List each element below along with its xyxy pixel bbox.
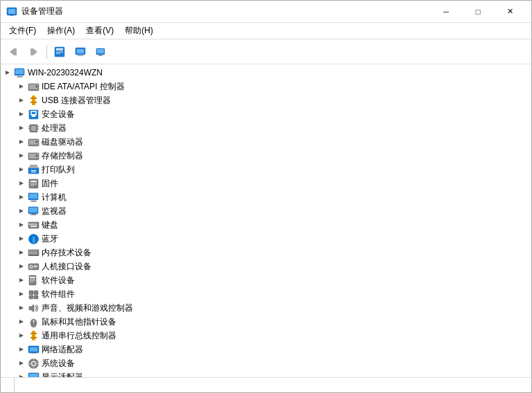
- tree-expand-icon[interactable]: [16, 109, 27, 120]
- tree-item-icon: [27, 329, 39, 342]
- tree-item[interactable]: 键盘: [1, 218, 531, 232]
- minimize-button[interactable]: ─: [430, 1, 462, 23]
- svg-rect-79: [30, 226, 37, 227]
- tree-item[interactable]: 鼠标和其他指针设备: [1, 315, 531, 329]
- tree-item[interactable]: 处理器: [1, 121, 531, 135]
- tree-expand-icon[interactable]: [16, 330, 27, 341]
- tree-item[interactable]: 存储控制器: [1, 149, 531, 163]
- tree-item-label: 打印队列: [42, 163, 75, 176]
- tree-item-icon: [27, 343, 39, 356]
- tree-item-icon: [27, 260, 39, 273]
- tree-expand-icon[interactable]: [16, 261, 27, 272]
- tree-expand-icon[interactable]: [16, 192, 27, 203]
- tree-item[interactable]: 安全设备: [1, 107, 531, 121]
- svg-rect-5: [14, 48, 17, 55]
- show-devices-button[interactable]: [91, 42, 111, 62]
- tree-expand-icon[interactable]: [16, 358, 27, 369]
- status-text: [3, 378, 15, 392]
- tree-expand-icon[interactable]: [16, 233, 27, 244]
- svg-marker-33: [19, 112, 24, 116]
- svg-marker-57: [19, 181, 24, 185]
- svg-marker-20: [6, 71, 10, 75]
- tree-expand-icon[interactable]: [16, 136, 27, 147]
- menu-action[interactable]: 操作(A): [42, 24, 80, 38]
- svg-marker-29: [19, 98, 24, 102]
- root-expand-icon[interactable]: [2, 67, 13, 78]
- title-bar-buttons: ─ □ ✕: [430, 1, 526, 23]
- svg-rect-9: [56, 48, 63, 50]
- tree-item-icon: [27, 191, 39, 203]
- tree-expand-icon[interactable]: [16, 122, 27, 134]
- tree-item[interactable]: 打印队列: [1, 163, 531, 176]
- menu-view[interactable]: 查看(V): [80, 24, 119, 38]
- svg-marker-44: [19, 140, 24, 144]
- tree-item[interactable]: 监视器: [1, 204, 531, 218]
- update-driver-button[interactable]: [71, 42, 90, 62]
- properties-button[interactable]: [50, 42, 69, 62]
- tree-item[interactable]: 磁盘驱动器: [1, 135, 531, 149]
- svg-rect-116: [30, 333, 37, 334]
- svg-rect-2: [8, 15, 15, 15]
- svg-marker-52: [19, 167, 24, 172]
- tree-item[interactable]: 网络适配器: [1, 342, 531, 356]
- svg-marker-80: [19, 237, 24, 241]
- menu-file[interactable]: 文件(F): [3, 24, 42, 38]
- tree-expand-icon[interactable]: [16, 205, 27, 217]
- svg-rect-115: [32, 331, 35, 340]
- tree-expand-icon[interactable]: [16, 164, 27, 175]
- tree-item[interactable]: 计算机: [1, 190, 531, 204]
- tree-expand-icon[interactable]: [16, 150, 27, 161]
- svg-marker-90: [19, 264, 24, 268]
- tree-item[interactable]: 系统设备: [1, 356, 531, 370]
- svg-marker-103: [19, 292, 24, 296]
- tree-item[interactable]: USB 连接器管理器: [1, 93, 531, 107]
- tree-item-icon: [27, 219, 39, 231]
- tree-item[interactable]: 内存技术设备: [1, 246, 531, 259]
- tree-expand-icon[interactable]: [16, 275, 27, 286]
- tree-expand-icon[interactable]: [16, 372, 27, 377]
- tree-item[interactable]: IDE ATA/ATAPI 控制器: [1, 80, 531, 93]
- tree-item-label: 固件: [42, 176, 58, 190]
- tree-expand-icon[interactable]: [16, 247, 27, 258]
- tree-item-label: 监视器: [42, 204, 66, 218]
- back-button[interactable]: [3, 42, 23, 62]
- svg-marker-83: [19, 250, 24, 255]
- svg-rect-54: [30, 165, 37, 168]
- svg-point-28: [35, 85, 37, 87]
- tree-item-icon: [27, 205, 39, 217]
- tree-item[interactable]: 固件: [1, 176, 531, 190]
- forward-button[interactable]: [24, 42, 44, 62]
- tree-item[interactable]: 通用串行总线控制器: [1, 329, 531, 342]
- tree-item[interactable]: ᛒ 蓝牙: [1, 232, 531, 246]
- svg-rect-70: [29, 208, 37, 212]
- tree-expand-icon[interactable]: [16, 178, 27, 189]
- svg-rect-105: [34, 291, 38, 295]
- tree-root-item[interactable]: WIN-20230324WZN: [1, 66, 531, 80]
- tree-item-label: 软件组件: [42, 287, 75, 301]
- tree-item-label: 鼠标和其他指针设备: [42, 315, 116, 329]
- tree-expand-icon[interactable]: [16, 344, 27, 355]
- tree-item-label: 内存技术设备: [42, 246, 91, 259]
- tree-item[interactable]: 声音、视频和游戏控制器: [1, 301, 531, 315]
- tree-item[interactable]: 软件组件: [1, 287, 531, 301]
- svg-text:ᛒ: ᛒ: [31, 235, 35, 243]
- close-button[interactable]: ✕: [494, 1, 526, 23]
- tree-expand-icon[interactable]: [16, 302, 27, 313]
- maximize-button[interactable]: □: [462, 1, 494, 23]
- menu-help[interactable]: 帮助(H): [119, 24, 159, 38]
- tree-expand-icon[interactable]: [16, 289, 27, 300]
- tree-expand-icon[interactable]: [16, 81, 27, 92]
- tree-item[interactable]: 软件设备: [1, 273, 531, 287]
- tree-item[interactable]: 显示适配器: [1, 370, 531, 377]
- svg-marker-118: [19, 347, 24, 351]
- tree-expand-icon[interactable]: [16, 219, 27, 230]
- tree-item-label: 网络适配器: [42, 342, 83, 356]
- tree-item-label: 系统设备: [42, 356, 75, 370]
- tree-expand-icon[interactable]: [16, 95, 27, 106]
- root-label: WIN-20230324WZN: [28, 66, 103, 80]
- tree-expand-icon[interactable]: [16, 316, 27, 327]
- svg-marker-110: [19, 320, 24, 324]
- tree-item[interactable]: 人机接口设备: [1, 259, 531, 273]
- svg-marker-108: [19, 306, 24, 310]
- device-tree[interactable]: WIN-20230324WZN IDE ATA/ATAPI 控制器 USB 连接…: [1, 64, 531, 377]
